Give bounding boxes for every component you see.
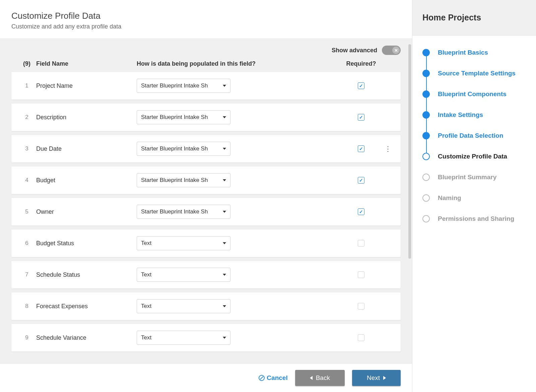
required-cell: [341, 334, 381, 341]
required-checkbox[interactable]: [358, 177, 364, 184]
row-number: 1: [17, 82, 36, 89]
field-source-cell: Text: [137, 236, 341, 250]
steps-list: Blueprint BasicsSource Template Settings…: [412, 36, 536, 249]
dropdown-value: Starter Blueprint Intake Sh: [141, 82, 219, 89]
step-dot-icon: [422, 132, 430, 139]
source-dropdown[interactable]: Starter Blueprint Intake Sh: [137, 173, 230, 187]
required-checkbox[interactable]: [358, 208, 364, 215]
dropdown-value: Text: [141, 240, 219, 247]
step-dot-icon: [422, 111, 430, 119]
source-dropdown[interactable]: Starter Blueprint Intake Sh: [137, 110, 230, 124]
footer-bar: Cancel Back Next: [0, 364, 412, 392]
required-cell: [341, 82, 381, 89]
chevron-down-icon: [223, 337, 226, 339]
required-checkbox[interactable]: [358, 303, 364, 310]
chevron-down-icon: [223, 148, 226, 150]
step-item[interactable]: Blueprint Components: [422, 90, 526, 98]
chevron-down-icon: [223, 242, 226, 244]
dropdown-value: Text: [141, 303, 219, 310]
field-name: Budget: [36, 177, 137, 184]
table-row: 4BudgetStarter Blueprint Intake Sh: [11, 167, 401, 194]
field-name: Forecast Expenses: [36, 303, 137, 310]
step-dot-icon: [422, 194, 430, 202]
source-dropdown[interactable]: Text: [137, 236, 230, 250]
cancel-button[interactable]: Cancel: [259, 374, 287, 382]
required-checkbox[interactable]: [358, 334, 364, 341]
column-count: (9): [17, 60, 36, 67]
field-name: Budget Status: [36, 240, 137, 247]
chevron-down-icon: [223, 305, 226, 307]
required-checkbox[interactable]: [358, 240, 364, 247]
field-name: Owner: [36, 208, 137, 215]
row-number: 3: [17, 145, 36, 152]
dropdown-value: Starter Blueprint Intake Sh: [141, 145, 219, 152]
source-dropdown[interactable]: Text: [137, 331, 230, 345]
row-menu-button[interactable]: ⋮: [381, 145, 395, 153]
source-dropdown[interactable]: Text: [137, 299, 230, 313]
required-checkbox[interactable]: [358, 114, 364, 121]
next-button[interactable]: Next: [352, 370, 401, 386]
chevron-left-icon: [310, 376, 313, 380]
chevron-right-icon: [383, 376, 386, 380]
table-row: 1Project NameStarter Blueprint Intake Sh: [11, 72, 401, 100]
row-number: 9: [17, 334, 36, 341]
table-row: 9Schedule VarianceText: [11, 324, 401, 351]
step-dot-icon: [422, 49, 430, 56]
step-label: Permissions and Sharing: [438, 215, 514, 222]
show-advanced-toggle[interactable]: ✕: [382, 46, 401, 55]
dropdown-value: Starter Blueprint Intake Sh: [141, 208, 219, 215]
required-cell: [341, 240, 381, 247]
field-source-cell: Text: [137, 268, 341, 282]
step-label: Customize Profile Data: [438, 153, 507, 160]
step-dot-icon: [422, 174, 430, 181]
row-number: 5: [17, 208, 36, 215]
field-name: Schedule Status: [36, 271, 137, 278]
step-item[interactable]: Blueprint Basics: [422, 49, 526, 56]
table-row: 7Schedule StatusText: [11, 261, 401, 288]
table-row: 3Due DateStarter Blueprint Intake Sh⋮: [11, 135, 401, 162]
required-cell: [341, 271, 381, 278]
step-item[interactable]: Source Template Settings: [422, 70, 526, 77]
show-advanced-label: Show advanced: [332, 47, 377, 54]
step-dot-icon: [422, 70, 430, 77]
step-item[interactable]: Profile Data Selection: [422, 132, 526, 139]
step-label: Blueprint Components: [438, 90, 507, 98]
step-item: Permissions and Sharing: [422, 215, 526, 222]
required-checkbox[interactable]: [358, 271, 364, 278]
row-number: 6: [17, 240, 36, 247]
field-source-cell: Text: [137, 299, 341, 313]
field-name: Description: [36, 114, 137, 121]
required-checkbox[interactable]: [358, 145, 364, 152]
step-dot-icon: [422, 90, 430, 98]
step-label: Blueprint Basics: [438, 49, 488, 56]
source-dropdown[interactable]: Starter Blueprint Intake Sh: [137, 79, 230, 93]
back-label: Back: [316, 374, 330, 382]
field-name: Project Name: [36, 82, 137, 89]
sidebar: Home Projects Blueprint BasicsSource Tem…: [412, 0, 536, 392]
field-source-cell: Starter Blueprint Intake Sh: [137, 79, 341, 93]
field-name: Schedule Variance: [36, 334, 137, 341]
step-item[interactable]: Customize Profile Data: [422, 153, 526, 160]
field-source-cell: Starter Blueprint Intake Sh: [137, 205, 341, 219]
required-cell: [341, 114, 381, 121]
scrollbar[interactable]: [408, 44, 411, 259]
source-dropdown[interactable]: Starter Blueprint Intake Sh: [137, 205, 230, 219]
source-dropdown[interactable]: Text: [137, 268, 230, 282]
header-section: Customize Profile Data Customize and add…: [0, 0, 412, 38]
row-number: 2: [17, 114, 36, 121]
chevron-down-icon: [223, 116, 226, 118]
show-advanced-row: Show advanced ✕: [11, 46, 401, 55]
step-dot-icon: [422, 215, 430, 222]
step-item[interactable]: Intake Settings: [422, 111, 526, 119]
source-dropdown[interactable]: Starter Blueprint Intake Sh: [137, 142, 230, 156]
dropdown-value: Text: [141, 334, 219, 341]
required-checkbox[interactable]: [358, 82, 364, 89]
dropdown-value: Starter Blueprint Intake Sh: [141, 114, 219, 121]
required-cell: [341, 177, 381, 184]
table-row: 2DescriptionStarter Blueprint Intake Sh: [11, 104, 401, 131]
back-button[interactable]: Back: [295, 370, 345, 386]
main-area: Customize Profile Data Customize and add…: [0, 0, 412, 392]
row-number: 8: [17, 303, 36, 310]
kebab-icon: ⋮: [385, 145, 391, 153]
table-row: 5OwnerStarter Blueprint Intake Sh: [11, 198, 401, 225]
